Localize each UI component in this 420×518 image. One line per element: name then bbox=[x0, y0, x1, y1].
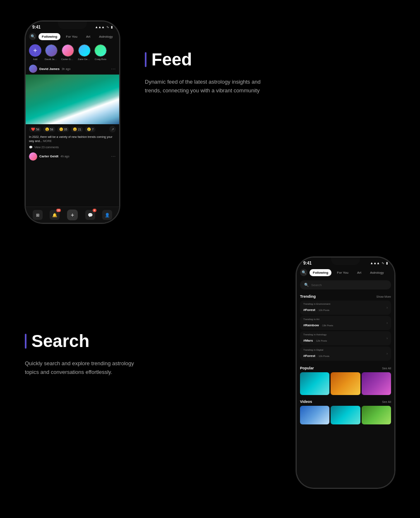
home-icon[interactable]: ⊞ bbox=[33, 210, 43, 220]
post-2-avatar bbox=[29, 152, 37, 161]
feed-title: Feed bbox=[151, 50, 192, 70]
post-1-header: David James 3h ago ··· bbox=[26, 63, 119, 75]
search-input-bar[interactable]: 🔍 Search bbox=[300, 280, 391, 289]
search-wifi-icon: ∿ bbox=[382, 261, 384, 265]
story-craig-avatar[interactable] bbox=[94, 44, 107, 57]
videos-title: Videos bbox=[300, 400, 312, 404]
videos-see-all[interactable]: See All bbox=[382, 400, 391, 403]
nav-create[interactable]: + bbox=[67, 210, 78, 220]
search-status-time: 9:41 bbox=[303, 261, 312, 265]
reaction-smile[interactable]: 😊 35 bbox=[57, 127, 70, 132]
reaction-more[interactable]: ↗ bbox=[109, 126, 116, 133]
notifications-badge: 23 bbox=[56, 209, 61, 212]
story-zaire[interactable]: Zaire George bbox=[78, 44, 91, 60]
phone-notch-2 bbox=[331, 258, 360, 265]
trending-item-2[interactable]: Trending in Astrology #Mars · 12k Posts … bbox=[300, 331, 391, 345]
create-icon[interactable]: + bbox=[67, 210, 78, 220]
trending-item-1-left: Trending in Art #Rainbow · 13k Posts bbox=[303, 318, 333, 328]
story-add[interactable]: + Add bbox=[29, 44, 41, 60]
reaction-wow[interactable]: 😮 58 bbox=[43, 127, 55, 132]
story-carter-label: Carter Geidt bbox=[61, 58, 74, 60]
search-text-block: Search Quickly search and explore trendi… bbox=[25, 257, 141, 377]
trending-chevron-1: › bbox=[386, 321, 388, 325]
tab-art[interactable]: Art bbox=[83, 33, 94, 40]
battery-icon: ▮ bbox=[111, 25, 113, 29]
profile-icon[interactable]: 👤 bbox=[102, 210, 112, 220]
post-2-author: Carter Geidt 4h ago bbox=[29, 152, 70, 161]
nav-profile[interactable]: 👤 bbox=[102, 210, 112, 220]
nav-tabs: 🔍 Following For You Art Astrology bbox=[26, 31, 119, 42]
video-thumb-1[interactable] bbox=[300, 406, 329, 424]
search-title: Search bbox=[31, 331, 89, 351]
post-1-author: David James 3h ago bbox=[29, 65, 70, 73]
stories-row: + Add David James Carter Geidt bbox=[26, 42, 119, 63]
videos-section: Videos See All bbox=[297, 398, 394, 426]
nav-notifications[interactable]: 🔔 23 bbox=[50, 210, 60, 220]
feed-phone-mockup: 9:41 ▲▲▲ ∿ ▮ 🔍 Following For You Art Ast… bbox=[25, 21, 120, 224]
post-2-time: 4h ago bbox=[60, 155, 69, 158]
post-1-image bbox=[26, 75, 119, 124]
story-zaire-avatar[interactable] bbox=[78, 44, 91, 57]
signal-icon: ▲▲▲ bbox=[95, 25, 105, 29]
videos-grid bbox=[300, 406, 391, 424]
status-icons: ▲▲▲ ∿ ▮ bbox=[95, 25, 113, 29]
search-title-group: Search bbox=[25, 331, 141, 351]
trending-chevron-0: › bbox=[386, 306, 388, 310]
tab-for-you[interactable]: For You bbox=[62, 33, 81, 40]
trending-item-0-left: Trending in Environment #Forest · 12k Po… bbox=[303, 303, 330, 313]
popular-thumb-1[interactable] bbox=[300, 372, 329, 395]
search-nav-tabs: 🔍 Following For You Art Astrology bbox=[297, 267, 394, 278]
search-tab-astrology[interactable]: Astrology bbox=[367, 269, 387, 276]
search-tab-art[interactable]: Art bbox=[354, 269, 365, 276]
popular-thumb-3[interactable] bbox=[362, 372, 391, 395]
post-1-image-bg bbox=[26, 75, 119, 124]
post-1-text: In 2022, there will be a variety of new … bbox=[26, 134, 119, 144]
wifi-icon: ∿ bbox=[106, 25, 109, 29]
story-david-label: David James bbox=[45, 58, 58, 60]
video-thumb-2[interactable] bbox=[331, 406, 360, 424]
search-phone-screen: 9:41 ▲▲▲ ∿ ▮ 🔍 Following For You Art Ast… bbox=[297, 258, 394, 488]
post-more-link[interactable]: MORE bbox=[43, 140, 52, 142]
messages-badge: 4 bbox=[93, 209, 96, 212]
story-david[interactable]: David James bbox=[45, 44, 58, 60]
tab-astrology[interactable]: Astrology bbox=[96, 33, 116, 40]
nav-messages[interactable]: 💬 4 bbox=[85, 210, 95, 220]
feed-phone-screen: 9:41 ▲▲▲ ∿ ▮ 🔍 Following For You Art Ast… bbox=[26, 22, 119, 223]
comment-icon: 💬 bbox=[29, 146, 33, 149]
search-button[interactable]: 🔍 bbox=[29, 33, 36, 40]
story-david-avatar[interactable] bbox=[45, 44, 58, 57]
search-bar-placeholder: Search bbox=[311, 283, 322, 287]
trending-chevron-3: › bbox=[386, 352, 388, 356]
story-carter[interactable]: Carter Geidt bbox=[61, 44, 74, 60]
search-tab-for-you[interactable]: For You bbox=[334, 269, 352, 276]
story-craig[interactable]: Craig Boto bbox=[94, 44, 107, 60]
post-1-comments[interactable]: 💬 View 23 comments bbox=[26, 144, 119, 151]
reaction-laugh[interactable]: 😄 21 bbox=[71, 127, 83, 132]
post-1: David James 3h ago ··· ❤️ 58 😮 58 bbox=[26, 63, 119, 151]
popular-see-all[interactable]: See All bbox=[382, 367, 391, 370]
nav-home[interactable]: ⊞ bbox=[33, 210, 43, 220]
popular-thumb-2[interactable] bbox=[331, 372, 360, 395]
trending-title: Trending bbox=[300, 294, 316, 299]
post-1-time: 3h ago bbox=[62, 67, 70, 70]
post-1-menu[interactable]: ··· bbox=[111, 67, 116, 71]
tab-following[interactable]: Following bbox=[38, 33, 60, 40]
add-story-button[interactable]: + bbox=[29, 44, 41, 57]
post-2-author-name: Carter Geidt bbox=[39, 154, 58, 158]
reaction-heart[interactable]: ❤️ 58 bbox=[29, 127, 41, 132]
search-tab-following[interactable]: Following bbox=[310, 269, 331, 276]
story-carter-avatar[interactable] bbox=[62, 44, 74, 57]
trending-chevron-2: › bbox=[386, 336, 388, 340]
trending-item-3[interactable]: Trending in Digital #Forest · 12k Posts … bbox=[300, 347, 391, 361]
post-2-menu[interactable]: ··· bbox=[111, 154, 116, 159]
search-description: Quickly search and explore trending astr… bbox=[25, 359, 141, 377]
reaction-sad[interactable]: 😢 7 bbox=[85, 127, 96, 132]
trending-header: Trending Show More bbox=[300, 294, 391, 299]
post-1-author-name: David James bbox=[39, 67, 60, 71]
trending-item-1[interactable]: Trending in Art #Rainbow · 13k Posts › bbox=[300, 316, 391, 330]
search-bar-icon: 🔍 bbox=[304, 283, 309, 287]
show-more-button[interactable]: Show More bbox=[377, 295, 391, 298]
search-nav-search-button[interactable]: 🔍 bbox=[300, 269, 307, 276]
video-thumb-3[interactable] bbox=[362, 406, 391, 424]
trending-item-0[interactable]: Trending in Environment #Forest · 12k Po… bbox=[300, 301, 391, 315]
